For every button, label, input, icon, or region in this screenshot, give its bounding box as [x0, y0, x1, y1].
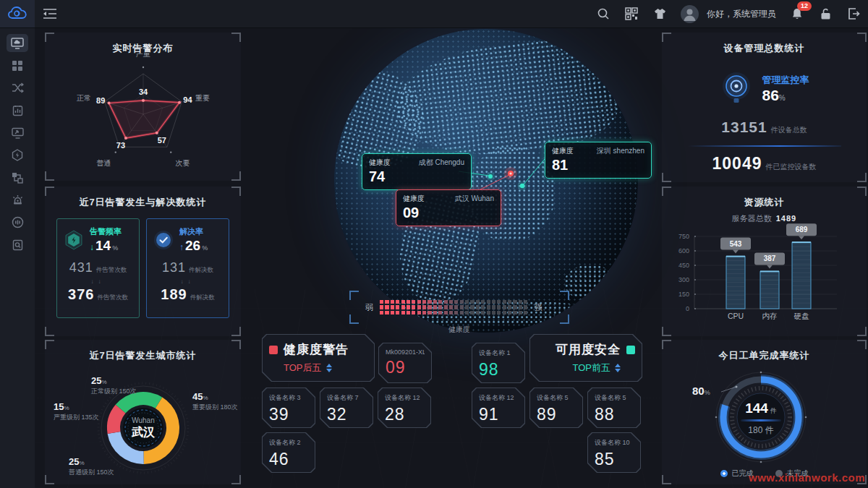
device-card[interactable]: 设备名称 589 [529, 388, 583, 428]
app-logo[interactable] [0, 0, 35, 27]
city-name: 武汉 Wuhan [455, 194, 494, 204]
teal-square-icon [626, 346, 635, 354]
trend-up-icon: ↑ [179, 242, 184, 252]
sidebar-item-apps-grid[interactable] [7, 56, 28, 74]
device-card[interactable]: 设备名称 246 [262, 432, 315, 473]
svg-text:严重: 严重 [136, 53, 150, 58]
device-card[interactable]: Mk009201-XLL...09 [378, 343, 432, 383]
sort-icon[interactable] [326, 364, 332, 372]
radar-chart: 34严重94重要57次要73普通89正常 [45, 53, 241, 177]
bell-icon[interactable]: 12 [790, 7, 804, 21]
trend-arrows: ↓↓ [151, 278, 224, 285]
done-count: 144 [745, 401, 768, 416]
health-label: 健康度 [369, 158, 391, 168]
device-card[interactable]: 设备名称 198 [472, 343, 525, 383]
sidebar-item-media-circle[interactable] [7, 213, 28, 231]
device-card[interactable]: 设备名称 339 [262, 388, 315, 428]
red-square-icon [269, 346, 278, 354]
device-card[interactable]: 设备名称 588 [587, 388, 641, 428]
watermark: www.xinlanwork.com [749, 471, 865, 484]
sidebar-item-alarm[interactable] [7, 191, 28, 209]
health-value: 81 [552, 157, 644, 174]
group-title: 可用度安全 [556, 341, 621, 358]
panel-title: 实时告警分布 [45, 33, 241, 55]
device-card[interactable]: 设备名称 1228 [378, 388, 431, 428]
divider [688, 145, 841, 147]
svg-text:57: 57 [158, 136, 166, 145]
svg-text:0: 0 [686, 305, 689, 312]
resolution-rate-card[interactable]: 解决率 ↑26% 131件解决数 ↓↓ 189件解决数 [146, 218, 229, 318]
svg-text:内存: 内存 [762, 312, 778, 320]
sidebar-item-topology[interactable] [7, 168, 28, 187]
panel-device-total: 设备管理总数统计 管理监控率 86% 13151件设备总数 10049件已监控设… [662, 33, 867, 182]
panel-title: 近7日告警发生与解决数统计 [45, 187, 241, 209]
health-scale-caption: 健康度 [349, 325, 569, 335]
svg-text:CPU: CPU [728, 312, 744, 320]
sidebar-item-hex-power[interactable] [7, 146, 28, 164]
total-count: 180 [748, 425, 762, 435]
search-icon[interactable] [596, 7, 610, 21]
cloud-logo-icon [8, 6, 27, 22]
svg-text:34: 34 [139, 87, 148, 96]
donut-label-general: 25% 普通级别 150次 [69, 454, 114, 476]
metric-label: 告警频率 [90, 226, 122, 237]
metric-label: 解决率 [179, 226, 208, 237]
left-sidebar [0, 27, 35, 488]
monitored-label: 件已监控设备数 [765, 163, 816, 171]
map-callout-chengdu[interactable]: 健康度成都 Chengdu 74 [362, 153, 472, 190]
done-unit: 件 [770, 407, 777, 414]
svg-text:73: 73 [116, 141, 125, 150]
panel-title: 设备管理总数统计 [662, 33, 867, 55]
donut-center-label: Wuhan 武汉 [111, 416, 176, 440]
health-warning-header: 健康度警告 TOP后五 [262, 334, 375, 382]
sidebar-item-report[interactable] [7, 101, 28, 119]
svg-text:89: 89 [96, 96, 105, 105]
svg-text:150: 150 [678, 291, 689, 298]
device-card[interactable]: 设备名称 732 [320, 388, 373, 428]
qrcode-icon[interactable] [624, 7, 639, 21]
stat-label: 件解决数 [190, 294, 215, 301]
city-name-zh: 武汉 [111, 425, 176, 440]
svg-text:普通: 普通 [96, 159, 111, 167]
alert-frequency-card[interactable]: 告警频率 ↓14% 431件告警次数 ↓↓ 376件告警次数 [56, 218, 140, 318]
map-callout-wuhan[interactable]: 健康度武汉 Wuhan 09 [396, 189, 501, 226]
city-name: 成都 Chengdu [419, 158, 464, 168]
collapse-menu-icon[interactable] [42, 7, 58, 20]
check-circle-icon [153, 229, 174, 251]
avatar[interactable] [681, 5, 699, 23]
topbar-actions: 你好，系统管理员 12 [596, 0, 861, 27]
tshirt-icon[interactable] [652, 7, 667, 21]
panel-alert-distribution: 实时告警分布 34严重94重要57次要73普通89正常 [45, 33, 241, 181]
health-label: 健康度 [552, 146, 574, 156]
svg-text:300: 300 [678, 276, 689, 283]
divider [741, 419, 781, 421]
rate-unit: % [779, 94, 786, 102]
hexagon-alert-icon [63, 229, 85, 251]
donut-label-severe: 15% 严重级别 135次 [54, 399, 99, 421]
resource-bar-chart: 0150300450600750543CPU387内存689硬盘 [662, 223, 867, 331]
city-name-en: Wuhan [111, 416, 176, 424]
sidebar-item-shuffle[interactable] [7, 79, 28, 97]
sort-icon[interactable] [615, 364, 621, 372]
device-card[interactable]: 设备名称 1085 [587, 432, 641, 473]
trend-arrows: ↓↓ [61, 278, 135, 285]
health-label: 健康度 [403, 194, 425, 204]
sidebar-item-cloud-monitor[interactable] [7, 34, 28, 52]
stat-value: 431 [69, 260, 93, 275]
svg-text:次要: 次要 [176, 159, 190, 167]
device-card[interactable]: 设备名称 1291 [472, 388, 525, 428]
trend-down-icon: ↓ [90, 242, 94, 252]
map-callout-shenzhen[interactable]: 健康度深圳 shenzhen 81 [545, 142, 652, 179]
sidebar-item-search-doc[interactable] [7, 236, 28, 254]
dashboard-stage: 你好，系统管理员 12 [0, 0, 868, 488]
svg-text:重要: 重要 [195, 94, 210, 102]
lock-icon[interactable] [818, 7, 833, 21]
sidebar-item-screen-arrow[interactable] [7, 124, 28, 142]
gauge-percent-label: 80% [692, 385, 710, 398]
logout-icon[interactable] [846, 7, 861, 21]
device-total-value: 13151 [721, 119, 767, 135]
panel-workorder: 今日工单完成率统计 80% 144件 180 件 已完成 未完成 [662, 340, 867, 484]
city-name: 深圳 shenzhen [597, 146, 644, 156]
donut-label-normal: 25% 正常级别 150次 [91, 373, 137, 395]
svg-text:450: 450 [678, 262, 689, 269]
